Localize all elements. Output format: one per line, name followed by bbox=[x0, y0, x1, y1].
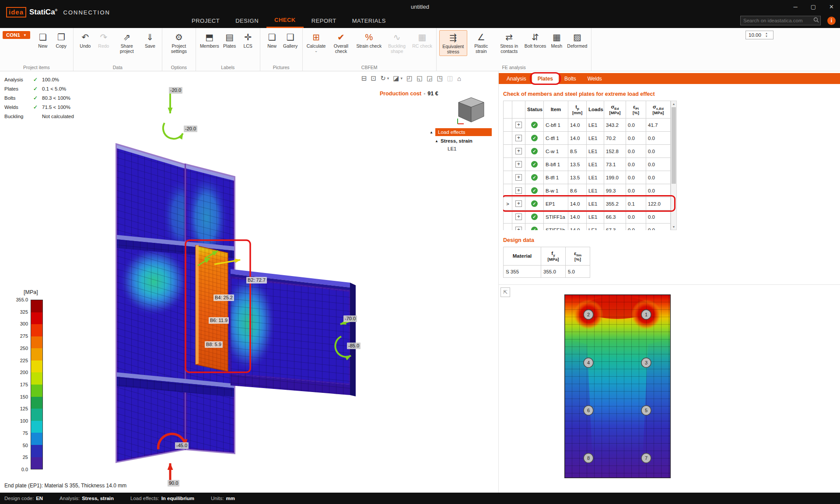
load-effects-node[interactable]: Load effects bbox=[435, 128, 492, 136]
app-header: untitled ─▢✕ idea StatiCa® CONNECTION PR… bbox=[0, 0, 840, 28]
deformed-button[interactable]: ▨Deformed bbox=[566, 30, 588, 50]
scroll-down-icon[interactable]: ▼ bbox=[671, 224, 676, 230]
model-viewport[interactable]: ⊟⊡↻▾◪▾◰◱◲◳◫⌂ Analysis✓100.0%Plates✓0.1 <… bbox=[0, 71, 496, 493]
scroll-thumb[interactable] bbox=[672, 107, 676, 184]
gallery-icon: ❑ bbox=[287, 31, 294, 43]
result-cell: 0.0 bbox=[626, 119, 646, 132]
tree-leaf-row[interactable]: LE1 bbox=[448, 146, 492, 152]
load-effects-tree: ▲ Load effects ▲ Stress, strain LE1 bbox=[430, 128, 492, 153]
view-axonometry-icon[interactable]: ◰ bbox=[406, 74, 413, 82]
expand-plus-button[interactable]: + bbox=[515, 214, 522, 220]
view-front-icon[interactable]: ◱ bbox=[416, 74, 423, 82]
load-label: -20.0 bbox=[169, 87, 182, 94]
lcs-button[interactable]: ✛LCS bbox=[239, 30, 257, 50]
tab-bolts[interactable]: Bolts bbox=[559, 73, 582, 84]
new-button[interactable]: ❏New bbox=[34, 30, 52, 50]
expand-plus-button[interactable]: + bbox=[515, 135, 522, 141]
view-top-icon[interactable]: ◲ bbox=[427, 74, 433, 82]
menu-project[interactable]: PROJECT bbox=[184, 13, 228, 28]
expand-plus-button[interactable]: + bbox=[515, 122, 522, 128]
save-button[interactable]: ⇓Save bbox=[141, 30, 159, 50]
result-cell: 0.0 bbox=[646, 224, 671, 231]
members-button[interactable]: ⬒Members bbox=[199, 30, 220, 50]
status-ok-icon: ✓ bbox=[531, 187, 538, 194]
navigation-cube[interactable] bbox=[455, 96, 487, 126]
plates-button[interactable]: ▤Plates bbox=[220, 30, 239, 50]
new-button[interactable]: ❏New bbox=[263, 30, 281, 50]
panel-splitter[interactable] bbox=[499, 284, 840, 285]
plastic-strain-button[interactable]: ∠Plastic strain bbox=[467, 30, 495, 55]
column-header: fy[MPa] bbox=[541, 247, 566, 266]
home-view-icon[interactable]: ⌂ bbox=[457, 75, 461, 82]
ribbon-group-label: CBFEM bbox=[303, 65, 436, 70]
row-expand-icon[interactable]: > bbox=[506, 201, 509, 206]
expand-plus-button[interactable]: + bbox=[515, 227, 522, 230]
status-item-analysis: Analysis:Stress, strain bbox=[60, 496, 114, 501]
ribbon-group-data: ↶Undo↷Redo⇗Share project⇓SaveData bbox=[74, 28, 162, 71]
tab-welds[interactable]: Welds bbox=[582, 73, 608, 84]
result-cell: 14.0 bbox=[568, 224, 587, 231]
scale-spinner[interactable]: ▲▼ bbox=[746, 31, 774, 39]
stress-in-contacts-button[interactable]: ⇄Stress in contacts bbox=[495, 30, 523, 55]
le1-node[interactable]: LE1 bbox=[448, 146, 456, 152]
strain-check-button[interactable]: %Strain check bbox=[355, 30, 383, 50]
project-settings-button[interactable]: ⚙Project settings bbox=[165, 30, 193, 55]
minimize-button[interactable]: ─ bbox=[794, 4, 798, 10]
menu-check[interactable]: CHECK bbox=[266, 13, 304, 28]
zoom-fit-icon[interactable]: ⊡ bbox=[371, 74, 377, 82]
view-right-icon[interactable]: ◳ bbox=[437, 74, 443, 82]
chevron-down-icon[interactable]: ▾ bbox=[387, 76, 389, 80]
legend-segment bbox=[31, 324, 42, 336]
tab-plates[interactable]: Plates bbox=[532, 73, 559, 84]
table-scrollbar[interactable]: ▲ ▼ bbox=[671, 101, 677, 230]
stress-strain-node[interactable]: Stress, strain bbox=[441, 137, 472, 144]
rotate-view-icon[interactable]: ↻ bbox=[380, 74, 386, 82]
gallery-button[interactable]: ❑Gallery bbox=[281, 30, 300, 50]
expand-plus-button[interactable]: + bbox=[515, 148, 522, 154]
connection-selector[interactable]: CON1▼ bbox=[3, 31, 30, 39]
menu-design[interactable]: DESIGN bbox=[228, 13, 266, 28]
undo-button[interactable]: ↶Undo bbox=[76, 30, 94, 50]
legend-tick: 100 bbox=[11, 418, 28, 424]
search-box[interactable] bbox=[740, 16, 821, 25]
status-item-load-effects: Load effects:In equilibrium bbox=[130, 496, 194, 501]
expand-plus-button[interactable]: + bbox=[515, 174, 522, 181]
ribbon-group-label: Data bbox=[74, 65, 162, 70]
menu-materials[interactable]: MATERIALS bbox=[344, 13, 394, 28]
overall-check-button[interactable]: ✔Overall check bbox=[327, 30, 355, 55]
legend-tick: 300 bbox=[11, 321, 28, 326]
plate-detail-view[interactable]: 21436587 bbox=[564, 294, 671, 478]
chevron-down-icon[interactable]: ▾ bbox=[400, 76, 402, 80]
result-cell: C-bfl 1 bbox=[544, 119, 568, 132]
bolt-forces-button[interactable]: ⇵Bolt forces bbox=[523, 30, 548, 50]
expand-plus-button[interactable]: + bbox=[515, 187, 522, 194]
result-cell: B-bfl 1 bbox=[544, 158, 568, 171]
result-cell: B-w 1 bbox=[544, 184, 568, 197]
tree-collapse-icon[interactable]: ▲ bbox=[435, 139, 441, 143]
ribbon-group-options: ⚙Project settingsOptions bbox=[162, 28, 196, 71]
equivalent-stress-button[interactable]: ⇶Equivalent stress bbox=[439, 30, 467, 56]
expand-plus-button[interactable]: + bbox=[515, 161, 522, 168]
info-icon[interactable]: i bbox=[827, 17, 836, 25]
legend-segment bbox=[31, 360, 42, 373]
section-view-icon[interactable]: ⊟ bbox=[361, 74, 367, 82]
spinner-arrows-icon[interactable]: ▲▼ bbox=[765, 32, 769, 38]
maximize-button[interactable]: ▢ bbox=[811, 4, 816, 10]
close-button[interactable]: ✕ bbox=[829, 4, 834, 10]
expand-plus-button[interactable]: + bbox=[515, 200, 522, 207]
search-input[interactable] bbox=[741, 18, 813, 23]
copy-button[interactable]: ❐Copy bbox=[52, 30, 70, 50]
expand-detail-button[interactable]: ⇱ bbox=[500, 287, 510, 297]
scale-value-input[interactable] bbox=[746, 32, 765, 38]
scroll-up-icon[interactable]: ▲ bbox=[671, 101, 676, 107]
tab-analysis[interactable]: Analysis bbox=[501, 73, 532, 84]
legend-tick: 200 bbox=[11, 370, 28, 375]
tree-collapse-icon[interactable]: ▲ bbox=[430, 130, 435, 134]
tree-root-row[interactable]: ▲ Load effects bbox=[430, 128, 492, 136]
share-project-button[interactable]: ⇗Share project bbox=[113, 30, 141, 55]
menu-report[interactable]: REPORT bbox=[304, 13, 344, 28]
calculate-button[interactable]: ⊞Calculate⌄ bbox=[305, 30, 327, 53]
mesh-button[interactable]: ▦Mesh bbox=[547, 30, 566, 50]
clip-view-icon[interactable]: ◪ bbox=[393, 74, 399, 82]
tree-child-row[interactable]: ▲ Stress, strain bbox=[435, 137, 492, 144]
